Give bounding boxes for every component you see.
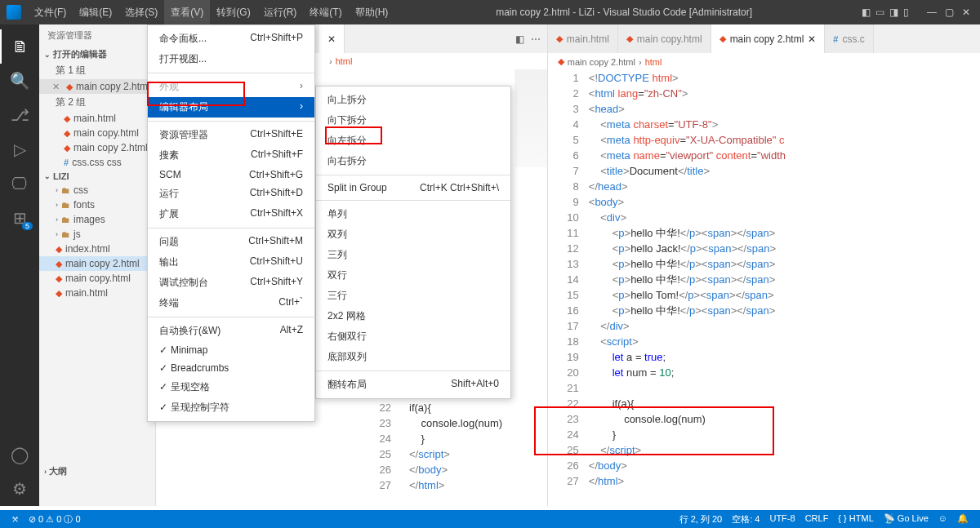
menu-split-in-group[interactable]: Split in GroupCtrl+K Ctrl+Shift+\: [316, 179, 510, 197]
menu-minimap[interactable]: ✓Minimap: [148, 341, 314, 359]
menu-split-up[interactable]: 向上拆分: [316, 90, 510, 110]
settings-icon[interactable]: ⚙: [0, 472, 39, 506]
menu-editor-layout[interactable]: 编辑器布局›: [148, 97, 314, 118]
menu-render-control[interactable]: ✓呈现控制字符: [148, 397, 314, 418]
editor-tab[interactable]: #css.c: [825, 24, 873, 53]
maximize-button[interactable]: ▢: [945, 7, 954, 18]
menu-help[interactable]: 帮助(H): [349, 0, 395, 24]
menu-open-view[interactable]: 打开视图...: [148, 49, 314, 69]
menu-terminal[interactable]: 终端Ctrl+`: [148, 293, 314, 313]
menu-view[interactable]: 查看(V): [164, 0, 210, 24]
close-button[interactable]: ✕: [962, 7, 970, 18]
close-icon[interactable]: ✕: [52, 82, 60, 92]
run-debug-icon[interactable]: ▷: [0, 132, 39, 166]
split-editor-icon[interactable]: ◧: [515, 33, 524, 45]
editor-tab[interactable]: ◆main copy 2.html✕: [711, 24, 826, 53]
menu-edit[interactable]: 编辑(E): [73, 0, 118, 24]
search-icon[interactable]: 🔍: [0, 64, 39, 98]
menu-explorer[interactable]: 资源管理器Ctrl+Shift+E: [148, 125, 314, 145]
editor-tab[interactable]: ◆main copy.html: [618, 24, 711, 53]
close-icon[interactable]: ✕: [327, 33, 336, 45]
source-control-icon[interactable]: ⎇: [0, 98, 39, 132]
file-item[interactable]: ◆index.html: [39, 242, 155, 256]
menu-problems[interactable]: 问题Ctrl+Shift+M: [148, 232, 314, 252]
menu-bottom-two-cols[interactable]: 底部双列: [316, 347, 510, 367]
layout-icon[interactable]: ▯: [903, 7, 909, 18]
folder-item[interactable]: ›🖿fonts: [39, 197, 155, 212]
cursor-position[interactable]: 行 2, 列 20: [675, 513, 728, 526]
breadcrumb[interactable]: ◆main copy 2.html›html: [548, 53, 980, 70]
layout-icon[interactable]: ◨: [889, 7, 898, 18]
encoding[interactable]: UTF-8: [764, 513, 800, 526]
statusbar: ⤧ ⊘ 0 ⚠ 0 ⓘ 0 行 2, 列 20 空格: 4 UTF-8 CRLF…: [0, 510, 980, 528]
explorer-icon[interactable]: 🗎: [0, 29, 39, 64]
menu-command-palette[interactable]: 命令面板...Ctrl+Shift+P: [148, 29, 314, 49]
menu-run[interactable]: 运行(R): [257, 0, 304, 24]
project-header[interactable]: ⌄LIZI: [39, 170, 155, 183]
editor-tab[interactable]: ✕: [319, 24, 345, 53]
menu-file[interactable]: 文件(F): [28, 0, 73, 24]
minimize-button[interactable]: —: [927, 7, 937, 18]
menu-selection[interactable]: 选择(S): [118, 0, 164, 24]
folder-item[interactable]: ›🖿images: [39, 212, 155, 227]
menu-grid[interactable]: 2x2 网格: [316, 306, 510, 326]
open-editor-item[interactable]: ◆main copy 2.html: [39, 140, 155, 155]
menu-split-down[interactable]: 向下拆分: [316, 110, 510, 131]
menu-two-columns[interactable]: 双列: [316, 224, 510, 245]
open-editor-item[interactable]: ✕◆main copy 2.html: [39, 79, 155, 94]
layout-icon[interactable]: ◧: [862, 7, 871, 18]
css-icon: #: [833, 34, 838, 44]
menu-breadcrumbs[interactable]: ✓Breadcrumbs: [148, 359, 314, 377]
menu-terminal[interactable]: 终端(T): [303, 0, 348, 24]
menu-split-left[interactable]: 向左拆分: [316, 131, 510, 151]
menu-right-two-rows[interactable]: 右侧双行: [316, 326, 510, 347]
open-editors-header[interactable]: ⌄打开的编辑器: [39, 47, 155, 62]
open-editor-item[interactable]: ◆main.html: [39, 111, 155, 126]
menu-scm[interactable]: SCMCtrl+Shift+G: [148, 166, 314, 184]
indentation[interactable]: 空格: 4: [727, 513, 764, 526]
more-icon[interactable]: ⋯: [531, 33, 541, 45]
feedback-icon[interactable]: ☺: [933, 513, 952, 526]
menu-extensions[interactable]: 扩展Ctrl+Shift+X: [148, 204, 314, 224]
open-editor-item[interactable]: ◆main copy.html: [39, 126, 155, 140]
close-icon[interactable]: ✕: [808, 33, 816, 45]
go-live[interactable]: 📡 Go Live: [879, 513, 933, 526]
folder-item[interactable]: ›🖿js: [39, 227, 155, 242]
menu-split-right[interactable]: 向右拆分: [316, 151, 510, 171]
editor-tab[interactable]: ◆main.html: [548, 24, 618, 53]
file-item[interactable]: ◆main copy.html: [39, 271, 155, 286]
menu-debug-console[interactable]: 调试控制台Ctrl+Shift+Y: [148, 273, 314, 293]
extensions-icon[interactable]: ⊞5: [0, 201, 39, 235]
folder-item[interactable]: ›🖿css: [39, 183, 155, 197]
menu-three-columns[interactable]: 三列: [316, 245, 510, 265]
menu-single-column[interactable]: 单列: [316, 204, 510, 224]
menu-flip-layout[interactable]: 翻转布局Shift+Alt+0: [316, 375, 510, 395]
menu-go[interactable]: 转到(G): [210, 0, 256, 24]
notifications-icon[interactable]: 🔔: [952, 513, 973, 526]
eol[interactable]: CRLF: [800, 513, 834, 526]
outline-header[interactable]: ›大纲: [39, 464, 155, 479]
minimap[interactable]: [514, 69, 547, 167]
language-mode[interactable]: { } HTML: [833, 513, 878, 526]
open-editor-item[interactable]: #css.css css: [39, 155, 155, 170]
breadcrumb-node[interactable]: html: [336, 56, 353, 66]
file-item[interactable]: ◆main.html: [39, 286, 155, 300]
code-editor-right[interactable]: 1234567891011121314151617181920212223242…: [548, 70, 980, 506]
layout-icon[interactable]: ▭: [875, 7, 884, 18]
remote-indicator[interactable]: ⤧: [7, 514, 24, 525]
menu-render-whitespace[interactable]: ✓呈现空格: [148, 377, 314, 397]
editor-group-2[interactable]: 第 2 组: [39, 94, 155, 111]
menu-output[interactable]: 输出Ctrl+Shift+U: [148, 252, 314, 273]
menu-run[interactable]: 运行Ctrl+Shift+D: [148, 184, 314, 204]
menu-word-wrap[interactable]: 自动换行(&W)Alt+Z: [148, 321, 314, 341]
remote-icon[interactable]: 🖵: [0, 166, 39, 201]
problems-indicator[interactable]: ⊘ 0 ⚠ 0 ⓘ 0: [24, 513, 86, 526]
menu-search[interactable]: 搜素Ctrl+Shift+F: [148, 145, 314, 166]
file-item[interactable]: ◆main copy 2.html: [39, 256, 155, 271]
editor-group-1[interactable]: 第 1 组: [39, 62, 155, 79]
menu-appearance[interactable]: 外观›: [148, 77, 314, 97]
menu-two-rows[interactable]: 双行: [316, 265, 510, 286]
account-icon[interactable]: ◯: [0, 437, 39, 472]
window-title: main copy 2.html - LiZi - Visual Studio …: [394, 7, 853, 18]
menu-three-rows[interactable]: 三行: [316, 286, 510, 306]
